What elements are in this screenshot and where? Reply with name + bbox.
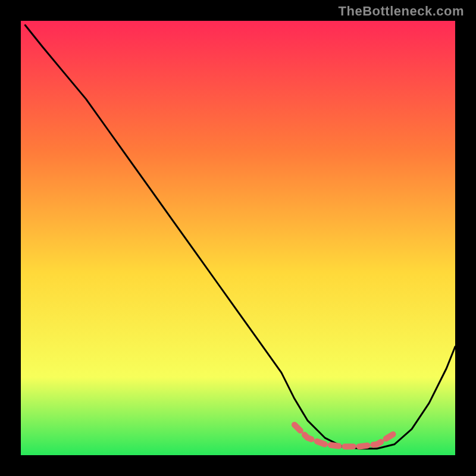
chart-svg: [21, 21, 455, 455]
gradient-background: [21, 21, 455, 455]
plot-area: [21, 21, 455, 455]
chart-frame: TheBottleneck.com: [0, 0, 476, 476]
watermark-text: TheBottleneck.com: [339, 4, 464, 19]
